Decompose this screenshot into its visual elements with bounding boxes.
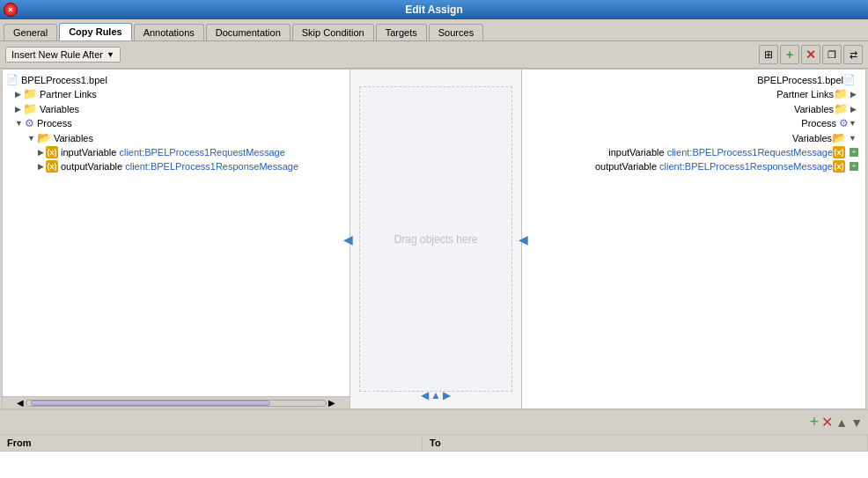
move-button[interactable]: ⇄: [843, 45, 863, 64]
arrow-down2-icon: ▶: [443, 389, 451, 401]
list-item: ▼ ⚙ Process: [6, 116, 346, 130]
process-label: Process: [37, 118, 72, 129]
dropdown-arrow-icon: ▼: [107, 50, 114, 59]
add-green-icon: +: [786, 48, 793, 62]
output-var-r-label: outputVariable: [595, 161, 659, 172]
list-item: Partner Links 📁 ▶: [526, 86, 862, 101]
left-filename: BPELProcess1.bpel: [21, 75, 107, 85]
content-area: 📄 BPELProcess1.bpel ▶ 📁 Partner Links ▶: [0, 69, 868, 478]
file-icon: 📄: [6, 74, 18, 85]
variables-top-label: Variables: [40, 104, 79, 114]
grid-icon-button[interactable]: ⊞: [759, 45, 778, 64]
arrow-left-icon: ◀: [343, 232, 353, 246]
expand-icon[interactable]: ▶: [15, 105, 21, 114]
partner-links-r-label: Partner Links: [776, 89, 834, 99]
drag-hint: Drag objects here: [394, 233, 478, 246]
tab-documentation[interactable]: Documentation: [206, 24, 291, 40]
from-column-header: From: [0, 435, 423, 451]
insert-rule-dropdown[interactable]: Insert New Rule After ▼: [5, 47, 121, 63]
remove-red-button[interactable]: ✕: [801, 45, 820, 64]
list-item: Variables 📁 ▶: [526, 101, 862, 116]
right-tree[interactable]: BPELProcess1.bpel 📄 Partner Links 📁 ▶ Va…: [522, 70, 865, 408]
move-row-down-button[interactable]: ▼: [850, 415, 863, 430]
process-icon: ⚙: [839, 117, 849, 129]
expand-process-icon[interactable]: ▼: [15, 119, 23, 128]
remove-red-icon: ✕: [805, 48, 816, 62]
table-body[interactable]: [0, 452, 868, 478]
bottom-arrows: ◀ ▲ ▶: [421, 389, 451, 401]
expand-input-icon[interactable]: ▶: [38, 148, 44, 157]
main-container: General Copy Rules Annotations Documenta…: [0, 19, 868, 478]
left-scrollbar[interactable]: ◀ ▶: [3, 396, 349, 408]
expand-vars-icon[interactable]: ▼: [27, 134, 35, 143]
var-icon: (x): [833, 146, 845, 158]
scroll-right-icon[interactable]: ▶: [328, 398, 335, 408]
tab-skip-condition[interactable]: Skip Condition: [292, 24, 374, 40]
input-var-type: client:BPELProcess1RequestMessage: [119, 147, 284, 158]
add-copy-button[interactable]: +: [780, 45, 799, 64]
list-item: ▶ (x) outputVariable client:BPELProcess1…: [6, 159, 346, 173]
expand-vars-icon[interactable]: ▼: [849, 134, 857, 143]
list-item: ▶ 📁 Variables: [6, 101, 346, 116]
input-add-icon[interactable]: +: [850, 148, 858, 157]
tab-sources[interactable]: Sources: [429, 24, 483, 40]
add-row-button[interactable]: +: [810, 413, 820, 431]
arrow-up-icon: ◀: [421, 389, 429, 401]
file-icon: 📄: [843, 74, 856, 85]
scrollbar-thumb[interactable]: [31, 401, 270, 406]
list-item: ▼ 📂 Variables: [6, 130, 346, 145]
folder-icon: 📁: [23, 102, 37, 115]
tab-copy-rules[interactable]: Copy Rules: [59, 23, 132, 40]
panels-area: 📄 BPELProcess1.bpel ▶ 📁 Partner Links ▶: [2, 69, 866, 409]
output-var-type: client:BPELProcess1ResponseMessage: [125, 161, 298, 172]
scroll-left-icon[interactable]: ◀: [17, 398, 24, 408]
move-row-up-button[interactable]: ▲: [835, 415, 848, 430]
move-icon: ⇄: [850, 49, 857, 61]
expand-icon[interactable]: ▶: [15, 90, 21, 99]
expand-icon[interactable]: ▶: [850, 90, 857, 99]
scrollbar-track[interactable]: [26, 400, 327, 407]
list-item: 📄 BPELProcess1.bpel: [6, 73, 346, 86]
var-icon: (x): [46, 160, 58, 173]
variables-sub-label: Variables: [54, 133, 93, 143]
bottom-panel: From To: [0, 434, 868, 478]
expand-output-icon[interactable]: ▶: [38, 162, 44, 171]
list-item: ▶ (x) inputVariable client:BPELProcess1R…: [6, 145, 346, 159]
close-icon: ×: [8, 3, 12, 17]
grid-icon: ⊞: [764, 48, 773, 61]
variables-r-sub-label: Variables: [792, 133, 832, 143]
input-var-r-type: client:BPELProcess1RequestMessage: [667, 147, 833, 158]
arrow-down-icon: ▲: [430, 389, 441, 401]
tab-general[interactable]: General: [4, 24, 57, 40]
right-panel: BPELProcess1.bpel 📄 Partner Links 📁 ▶ Va…: [522, 70, 865, 408]
tab-annotations[interactable]: Annotations: [134, 24, 204, 40]
output-var-label: outputVariable: [61, 161, 125, 172]
toolbar-right: ⊞ + ✕ ❐ ⇄: [759, 45, 863, 64]
copy-button[interactable]: ❐: [822, 45, 842, 64]
variables-r-top-label: Variables: [794, 104, 834, 114]
process-r-label: Process: [801, 118, 836, 129]
toolbar-row: Insert New Rule After ▼ ⊞ + ✕ ❐ ⇄: [0, 41, 868, 69]
var-icon: (x): [833, 160, 845, 173]
left-tree[interactable]: 📄 BPELProcess1.bpel ▶ 📁 Partner Links ▶: [3, 70, 349, 396]
input-var-label: inputVariable: [61, 147, 119, 158]
insert-rule-label: Insert New Rule After: [11, 49, 103, 60]
to-column-header: To: [423, 435, 868, 451]
folder-icon: 📁: [23, 87, 37, 100]
input-var-r-label: inputVariable: [608, 147, 666, 158]
middle-panel[interactable]: Drag objects here ◀ ◀ ◀ ▲ ▶: [350, 70, 522, 408]
drop-zone[interactable]: Drag objects here: [359, 86, 513, 392]
output-add-icon[interactable]: +: [850, 162, 858, 171]
del-row-button[interactable]: ✕: [821, 414, 833, 430]
window-title: Edit Assign: [405, 4, 463, 16]
arrow-right-icon: ◀: [519, 232, 528, 246]
list-item: BPELProcess1.bpel 📄: [526, 73, 862, 86]
close-button[interactable]: ×: [4, 3, 18, 17]
process-icon: ⚙: [25, 117, 34, 129]
copy-icon: ❐: [828, 49, 836, 61]
expand-icon[interactable]: ▶: [850, 105, 857, 114]
folder-icon: 📂: [832, 131, 846, 144]
variables-folder-icon: 📂: [37, 131, 51, 144]
tab-targets[interactable]: Targets: [376, 24, 427, 40]
expand-process-icon[interactable]: ▼: [849, 119, 857, 128]
